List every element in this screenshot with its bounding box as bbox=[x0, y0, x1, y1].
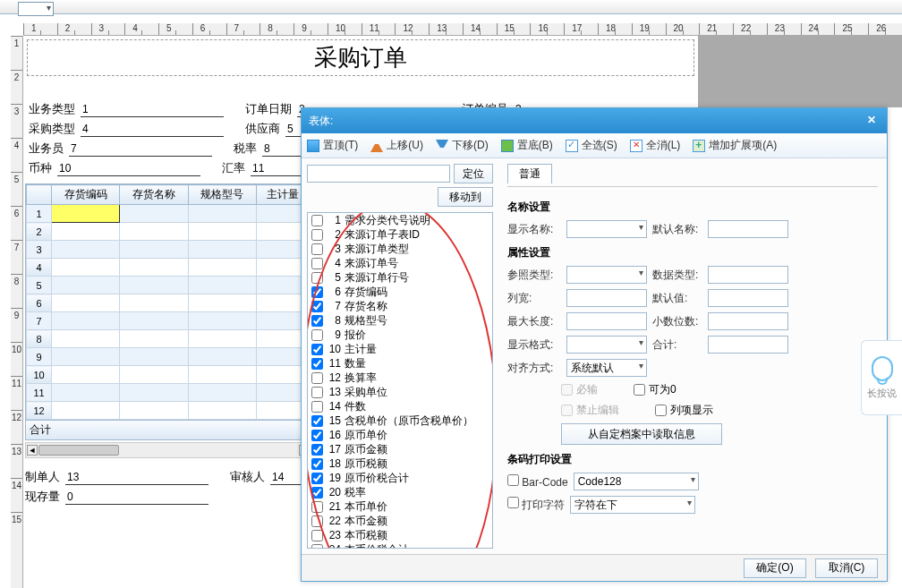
list-item[interactable]: 7存货名称 bbox=[308, 299, 492, 313]
field-checkbox[interactable] bbox=[311, 315, 323, 327]
top-dropdown[interactable] bbox=[18, 2, 54, 16]
read-archive-button[interactable]: 从自定档案中读取信息 bbox=[561, 423, 722, 445]
list-item[interactable]: 3来源订单类型 bbox=[308, 242, 492, 256]
close-icon[interactable]: ✕ bbox=[864, 113, 880, 129]
list-item[interactable]: 17原币金额 bbox=[308, 442, 492, 456]
table-row[interactable]: 7 bbox=[27, 312, 311, 330]
table-row[interactable]: 4 bbox=[27, 259, 311, 277]
table-row[interactable]: 11 bbox=[27, 384, 311, 402]
field-checkbox[interactable] bbox=[311, 229, 323, 241]
field-checkbox[interactable] bbox=[311, 301, 323, 312]
list-item[interactable]: 13采购单位 bbox=[308, 385, 492, 399]
list-item[interactable]: 16原币单价 bbox=[308, 428, 492, 442]
list-item[interactable]: 22本币金额 bbox=[308, 514, 492, 528]
move-down-button[interactable]: 下移(D) bbox=[436, 138, 489, 153]
field-checkbox[interactable] bbox=[311, 444, 323, 456]
list-item[interactable]: 21本币单价 bbox=[308, 499, 492, 514]
field-checkbox[interactable] bbox=[311, 258, 323, 269]
align-input[interactable] bbox=[566, 359, 647, 377]
table-row[interactable]: 8 bbox=[27, 330, 311, 348]
field-checkbox[interactable] bbox=[311, 501, 323, 513]
field-listbox[interactable]: 1需求分类代号说明2来源订单子表ID3来源订单类型4来源订单号5来源订单行号6存… bbox=[307, 212, 493, 549]
display-name-input[interactable] bbox=[566, 220, 647, 238]
field-checkbox[interactable] bbox=[311, 516, 323, 527]
table-row[interactable]: 6 bbox=[27, 294, 311, 312]
list-item[interactable]: 5来源订单行号 bbox=[308, 270, 492, 285]
print-char-combo[interactable] bbox=[570, 496, 695, 514]
field-checkbox[interactable] bbox=[311, 487, 323, 499]
val-biz-type[interactable]: 1 bbox=[81, 103, 224, 117]
list-item[interactable]: 11数量 bbox=[308, 356, 492, 371]
add-extension-button[interactable]: 增加扩展项(A) bbox=[693, 138, 777, 153]
val-stock[interactable]: 0 bbox=[65, 490, 208, 505]
list-item[interactable]: 15含税单价（原币含税单价） bbox=[308, 413, 492, 428]
locate-input[interactable] bbox=[307, 165, 450, 183]
table-row[interactable]: 1 bbox=[27, 205, 311, 223]
list-item[interactable]: 2来源订单子表ID bbox=[308, 227, 492, 242]
field-checkbox[interactable] bbox=[311, 430, 323, 441]
max-len-input[interactable] bbox=[566, 312, 647, 330]
grid-hscroll[interactable]: ◄► bbox=[25, 442, 311, 458]
list-item[interactable]: 9报价 bbox=[308, 328, 492, 342]
field-checkbox[interactable] bbox=[311, 544, 323, 550]
move-up-button[interactable]: 上移(U) bbox=[370, 138, 423, 153]
field-checkbox[interactable] bbox=[311, 215, 323, 226]
field-checkbox[interactable] bbox=[311, 329, 323, 341]
default-val-input[interactable] bbox=[708, 289, 788, 307]
ok-button[interactable]: 确定(O) bbox=[744, 558, 806, 578]
tab-normal[interactable]: 普通 bbox=[507, 164, 552, 183]
decimals-input[interactable] bbox=[708, 312, 788, 330]
moveto-button[interactable]: 移动到 bbox=[438, 187, 493, 207]
barcode-checkbox[interactable] bbox=[507, 474, 519, 486]
val-salesman[interactable]: 7 bbox=[69, 142, 212, 157]
table-row[interactable]: 2 bbox=[27, 223, 311, 241]
col-width-input[interactable] bbox=[566, 289, 647, 307]
list-item[interactable]: 4来源订单号 bbox=[308, 256, 492, 270]
field-checkbox[interactable] bbox=[311, 473, 323, 484]
col-show-checkbox[interactable] bbox=[655, 405, 667, 416]
ref-type-input[interactable] bbox=[566, 266, 647, 284]
field-checkbox[interactable] bbox=[311, 387, 323, 398]
val-maker[interactable]: 13 bbox=[65, 471, 208, 485]
default-name-input[interactable] bbox=[708, 220, 788, 238]
list-item[interactable]: 24本币价税合计 bbox=[308, 542, 492, 549]
field-checkbox[interactable] bbox=[311, 344, 323, 355]
field-checkbox[interactable] bbox=[311, 272, 323, 284]
table-row[interactable]: 10 bbox=[27, 366, 311, 384]
voice-widget[interactable]: 长按说 bbox=[861, 340, 902, 415]
table-row[interactable]: 12 bbox=[27, 402, 311, 420]
list-item[interactable]: 1需求分类代号说明 bbox=[308, 213, 492, 227]
field-checkbox[interactable] bbox=[311, 286, 323, 298]
print-char-checkbox[interactable] bbox=[507, 497, 519, 508]
locate-button[interactable]: 定位 bbox=[454, 164, 493, 183]
table-row[interactable]: 9 bbox=[27, 348, 311, 366]
list-item[interactable]: 18原币税额 bbox=[308, 456, 492, 471]
can-zero-checkbox[interactable] bbox=[634, 384, 645, 396]
disp-fmt-input[interactable] bbox=[566, 336, 647, 354]
list-item[interactable]: 10主计量 bbox=[308, 342, 492, 356]
cancel-button[interactable]: 取消(C) bbox=[815, 558, 878, 578]
list-item[interactable]: 23本币税额 bbox=[308, 528, 492, 542]
field-checkbox[interactable] bbox=[311, 401, 323, 413]
table-row[interactable]: 3 bbox=[27, 241, 311, 259]
list-item[interactable]: 12换算率 bbox=[308, 371, 492, 385]
field-checkbox[interactable] bbox=[311, 530, 323, 541]
deselect-all-button[interactable]: 全消(L) bbox=[630, 138, 681, 153]
list-item[interactable]: 6存货编码 bbox=[308, 285, 492, 299]
total-input[interactable] bbox=[708, 336, 788, 354]
list-item[interactable]: 8规格型号 bbox=[308, 313, 492, 328]
pin-top-button[interactable]: 置顶(T) bbox=[307, 138, 358, 153]
field-checkbox[interactable] bbox=[311, 243, 323, 255]
barcode-combo[interactable] bbox=[574, 473, 699, 490]
val-currency[interactable]: 10 bbox=[57, 162, 200, 176]
list-item[interactable]: 14件数 bbox=[308, 399, 492, 413]
val-purchase-type[interactable]: 4 bbox=[81, 123, 224, 137]
table-row[interactable]: 5 bbox=[27, 277, 311, 294]
select-all-button[interactable]: 全选(S) bbox=[566, 138, 617, 153]
field-checkbox[interactable] bbox=[311, 458, 323, 470]
list-item[interactable]: 19原币价税合计 bbox=[308, 471, 492, 485]
field-checkbox[interactable] bbox=[311, 372, 323, 384]
data-type-input[interactable] bbox=[708, 266, 788, 284]
order-grid[interactable]: 存货编码存货名称规格型号主计量123456789101112 bbox=[25, 183, 311, 421]
field-checkbox[interactable] bbox=[311, 415, 323, 427]
